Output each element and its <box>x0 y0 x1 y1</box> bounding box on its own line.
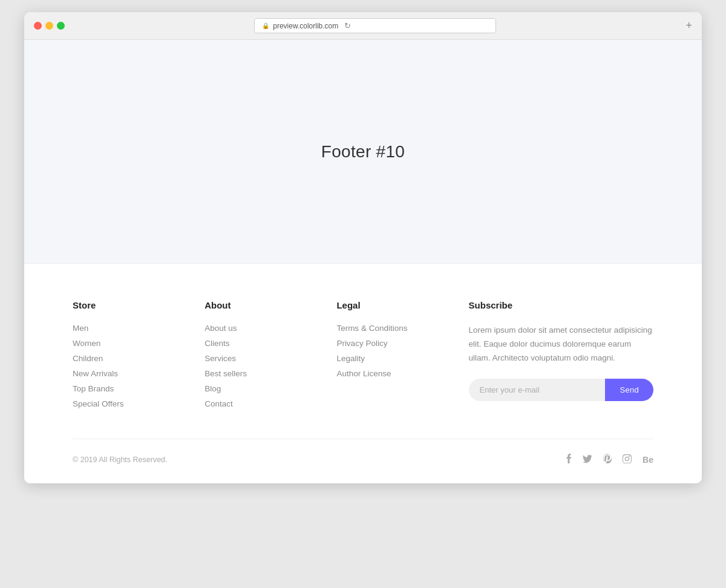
store-link-women[interactable]: Women <box>73 339 204 348</box>
legal-link-terms[interactable]: Terms & Conditions <box>336 324 468 333</box>
about-link-blog[interactable]: Blog <box>204 384 336 393</box>
legal-heading: Legal <box>336 300 468 310</box>
close-button[interactable] <box>34 22 42 30</box>
page-title: Footer #10 <box>321 142 405 162</box>
legal-link-privacy[interactable]: Privacy Policy <box>336 339 468 348</box>
lock-icon: 🔒 <box>262 22 269 29</box>
send-button[interactable]: Send <box>605 379 653 401</box>
store-link-men[interactable]: Men <box>73 324 204 333</box>
about-link-contact[interactable]: Contact <box>204 399 336 408</box>
address-bar-wrapper: 🔒 preview.colorlib.com ↻ <box>72 18 678 33</box>
footer-top: Store Men Women Children New Arrivals To… <box>73 300 653 439</box>
refresh-button[interactable]: ↻ <box>344 21 351 30</box>
social-icons: Be <box>566 454 653 465</box>
about-link-best-sellers[interactable]: Best sellers <box>204 369 336 378</box>
new-tab-button[interactable]: + <box>685 19 692 32</box>
traffic-lights <box>34 22 65 30</box>
store-heading: Store <box>73 300 204 310</box>
subscribe-heading: Subscribe <box>469 300 653 310</box>
address-bar[interactable]: 🔒 preview.colorlib.com ↻ <box>254 18 496 33</box>
legal-link-author-license[interactable]: Author License <box>336 369 468 378</box>
twitter-icon[interactable] <box>583 454 592 465</box>
store-link-new-arrivals[interactable]: New Arrivals <box>73 369 204 378</box>
about-link-services[interactable]: Services <box>204 354 336 363</box>
behance-icon[interactable]: Be <box>643 454 653 465</box>
footer-col-legal: Legal Terms & Conditions Privacy Policy … <box>336 300 468 414</box>
pinterest-icon[interactable] <box>603 454 612 465</box>
store-link-children[interactable]: Children <box>73 354 204 363</box>
subscribe-form: Send <box>469 379 653 401</box>
browser-window: 🔒 preview.colorlib.com ↻ + Footer #10 St… <box>24 12 702 483</box>
footer-bottom: © 2019 All Rights Reserved. <box>73 439 653 483</box>
footer-col-store: Store Men Women Children New Arrivals To… <box>73 300 204 414</box>
browser-chrome: 🔒 preview.colorlib.com ↻ + <box>24 12 702 40</box>
about-link-about-us[interactable]: About us <box>204 324 336 333</box>
about-link-clients[interactable]: Clients <box>204 339 336 348</box>
footer: Store Men Women Children New Arrivals To… <box>24 264 702 483</box>
store-link-special-offers[interactable]: Special Offers <box>73 399 204 408</box>
footer-col-about: About About us Clients Services Best sel… <box>204 300 336 414</box>
instagram-icon[interactable] <box>623 454 632 465</box>
maximize-button[interactable] <box>57 22 65 30</box>
store-link-top-brands[interactable]: Top Brands <box>73 384 204 393</box>
email-input[interactable] <box>469 379 606 401</box>
legal-link-legality[interactable]: Legality <box>336 354 468 363</box>
page-content-area: Footer #10 <box>24 40 702 264</box>
minimize-button[interactable] <box>45 22 53 30</box>
facebook-icon[interactable] <box>566 454 572 465</box>
footer-col-subscribe: Subscribe Lorem ipsum dolor sit amet con… <box>469 300 653 414</box>
about-heading: About <box>204 300 336 310</box>
subscribe-description: Lorem ipsum dolor sit amet consectetur a… <box>469 324 653 365</box>
copyright-text: © 2019 All Rights Reserved. <box>73 456 168 464</box>
url-text: preview.colorlib.com <box>273 22 338 30</box>
